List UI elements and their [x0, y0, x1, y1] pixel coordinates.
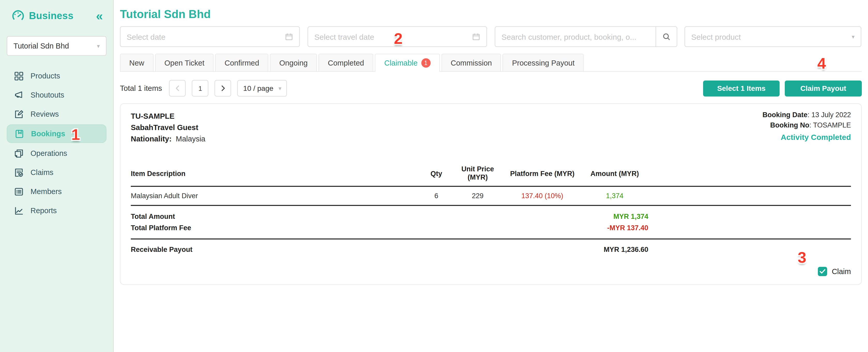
total-amount-value: MYR 1,374	[421, 212, 648, 220]
sidebar-item-label: Reports	[31, 206, 57, 215]
sidebar-item-label: Members	[31, 187, 62, 196]
booking-items-table: Item Description Qty Unit Price (MYR) Pl…	[131, 165, 851, 253]
item-description: Malaysian Adult Diver	[131, 192, 421, 200]
item-qty: 6	[421, 192, 452, 200]
filter-bar: Select product ▾	[120, 26, 862, 47]
select-items-button[interactable]: Select 1 Items	[703, 80, 780, 96]
status-tabs: New Open Ticket Confirmed Ongoing Comple…	[120, 54, 862, 72]
receivable-payout-row: Receivable Payout MYR 1,236.60	[131, 240, 851, 253]
booking-date-row: Booking Date: 13 July 2022	[763, 110, 851, 119]
sidebar-item-bookings[interactable]: Bookings	[7, 125, 106, 143]
list-box-icon	[14, 186, 24, 197]
search-filter[interactable]	[495, 26, 677, 47]
company-selector[interactable]: Tutorial Sdn Bhd ▾	[7, 36, 106, 56]
tab-label: Commission	[451, 59, 492, 67]
booking-date-label: Booking Date	[763, 111, 807, 119]
annotation-step-4: 4	[817, 55, 826, 72]
header-amount: Amount (MYR)	[581, 170, 648, 177]
tab-open-ticket[interactable]: Open Ticket	[155, 54, 214, 71]
booking-date-value: : 13 July 2022	[807, 111, 851, 119]
total-amount-label: Total Amount	[131, 212, 421, 220]
booking-no-label: Booking No	[770, 121, 809, 129]
header-qty: Qty	[421, 170, 452, 177]
product-filter[interactable]: Select product ▾	[684, 26, 861, 47]
tab-label: Processing Payout	[512, 59, 575, 67]
total-amount-row: Total Amount MYR 1,374	[131, 211, 851, 222]
product-filter-placeholder: Select product	[691, 32, 852, 41]
platform-fee-label: Total Platform Fee	[131, 224, 421, 232]
sidebar-item-products[interactable]: Products	[7, 67, 106, 85]
tab-completed[interactable]: Completed	[318, 54, 373, 71]
travel-date-input[interactable]	[308, 32, 472, 41]
booking-code: TU-SAMPLE	[131, 110, 851, 122]
header-unit-price: Unit Price (MYR)	[452, 165, 503, 182]
tab-commission[interactable]: Commission	[441, 54, 501, 71]
tab-label: Claimable	[384, 59, 417, 67]
date-input[interactable]	[120, 32, 285, 41]
tab-ongoing[interactable]: Ongoing	[270, 54, 317, 71]
pagination-page-1[interactable]: 1	[192, 80, 209, 97]
sidebar-item-shoutouts[interactable]: Shoutouts	[7, 86, 106, 104]
select-items-prefix: Select	[717, 84, 739, 93]
sidebar-item-operations[interactable]: Operations	[7, 144, 106, 162]
platform-fee-value: -MYR 137.40	[421, 224, 648, 232]
sidebar-item-label: Products	[31, 72, 60, 80]
claimable-count-badge: 1	[421, 58, 430, 67]
claim-checkbox-label: Claim	[832, 267, 851, 276]
claim-checkbox[interactable]	[818, 267, 827, 276]
megaphone-icon	[14, 90, 24, 100]
brand: Business «	[0, 0, 113, 23]
tab-processing-payout[interactable]: Processing Payout	[503, 54, 584, 71]
tab-label: New	[129, 59, 144, 67]
company-selector-value: Tutorial Sdn Bhd	[13, 42, 97, 50]
table-row: Malaysian Adult Diver 6 229 137.40 (10%)…	[131, 187, 851, 206]
sidebar-item-label: Operations	[31, 149, 67, 157]
nationality-value-text: Malaysia	[176, 135, 205, 143]
page-size-select[interactable]: 10 / page ▾	[238, 80, 287, 97]
booking-status-badge: Activity Completed	[763, 133, 851, 141]
booking-meta: Booking Date: 13 July 2022 Booking No: T…	[763, 110, 851, 141]
main-content: Tutorial Sdn Bhd	[114, 0, 868, 352]
tab-label: Confirmed	[225, 59, 259, 67]
search-input[interactable]	[495, 32, 655, 41]
tab-claimable[interactable]: Claimable 1	[375, 54, 440, 71]
brand-name: Business	[29, 10, 73, 22]
book-bookmark-icon	[14, 129, 24, 139]
date-filter[interactable]	[120, 26, 300, 47]
sidebar-item-reports[interactable]: Reports	[7, 202, 106, 219]
tab-label: Open Ticket	[164, 59, 205, 67]
calendar-icon	[285, 33, 299, 41]
sidebar-item-label: Reviews	[31, 110, 59, 118]
search-button[interactable]	[655, 27, 677, 46]
booking-no-row: Booking No: TOSAMPLE	[763, 121, 851, 130]
nationality-value	[174, 135, 176, 143]
chevron-down-icon: ▾	[852, 33, 855, 40]
sidebar-item-label: Shoutouts	[31, 91, 64, 99]
table-header-row: Item Description Qty Unit Price (MYR) Pl…	[131, 165, 851, 187]
sidebar-item-reviews[interactable]: Reviews	[7, 105, 106, 123]
platform-fee-row: Total Platform Fee -MYR 137.40	[131, 222, 851, 233]
claim-payout-button[interactable]: Claim Payout	[785, 80, 862, 96]
doc-check-icon	[14, 168, 24, 177]
select-items-suffix: Items	[746, 84, 765, 93]
toolbar: Total 1 items 1 10 / page ▾ Select 1 Ite…	[120, 80, 862, 97]
sidebar-item-members[interactable]: Members	[7, 183, 106, 200]
sidebar-item-claims[interactable]: Claims	[7, 164, 106, 181]
booking-guest: SabahTravel Guest	[131, 122, 851, 133]
select-items-count: 1	[741, 84, 745, 93]
item-platform-fee: 137.40 (10%)	[503, 192, 581, 200]
sidebar: Business « Tutorial Sdn Bhd ▾ Products S…	[0, 0, 114, 352]
annotation-step-1: 1	[71, 126, 80, 143]
grid-icon	[14, 71, 24, 81]
pagination-prev-button[interactable]	[169, 80, 186, 97]
annotation-step-3: 3	[798, 249, 806, 266]
tab-confirmed[interactable]: Confirmed	[215, 54, 269, 71]
tab-new[interactable]: New	[120, 54, 154, 71]
pagination-next-button[interactable]	[215, 80, 231, 97]
search-icon	[662, 32, 671, 41]
nationality-label: Nationality:	[131, 135, 172, 143]
total-items-text: Total 1 items	[120, 84, 162, 93]
collapse-sidebar-icon[interactable]: «	[96, 10, 106, 22]
item-amount: 1,374	[581, 192, 648, 200]
claim-row: Claim	[131, 267, 851, 276]
